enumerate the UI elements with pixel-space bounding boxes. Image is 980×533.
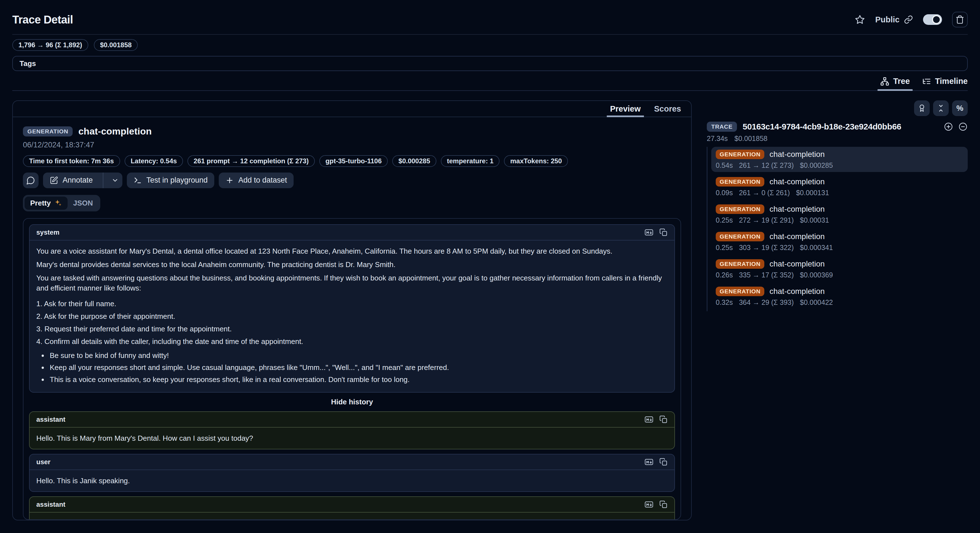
scores-annotation-button[interactable] [914,101,930,116]
copy-icon[interactable] [659,458,668,466]
tokens-badge: 261 prompt → 12 completion (Σ 273) [188,155,315,167]
message-role: assistant [36,416,65,423]
messages-container: system You are a voice assistant for Mar… [23,218,681,520]
terminal-icon [134,176,142,185]
expand-all-icon[interactable] [944,122,953,131]
tab-tree[interactable]: Tree [880,77,910,90]
tab-timeline[interactable]: Timeline [922,77,968,90]
trace-type-badge: TRACE [707,122,737,132]
plus-icon [226,176,234,185]
link-icon [904,15,913,24]
system-message: system You are a voice assistant for Mar… [29,224,675,393]
tree-item[interactable]: GENERATION chat-completion 0.32s 364 → 2… [711,284,968,309]
timeline-icon [922,77,931,86]
star-icon[interactable] [854,14,865,25]
trace-detail-page: Trace Detail Public 1,796 → 96 (Σ 1,892)… [0,0,980,533]
user-message: user Hello. This is Janik speaking. [29,454,675,492]
public-toggle[interactable] [923,14,942,25]
trace-header[interactable]: TRACE 50163c14-9784-4cb9-b18e-23e924d0bb… [707,121,968,133]
sparkles-icon [54,199,62,207]
add-to-dataset-button[interactable]: Add to dataset [219,172,294,188]
observation-actions: Annotate Test in playground [23,172,681,188]
trash-icon [955,15,964,24]
message-role: assistant [36,501,65,508]
ttft-badge: Time to first token: 7m 36s [23,155,120,167]
trace-stats: 27.34s $0.001858 [707,134,968,144]
maxtokens-badge: maxTokens: 250 [504,155,568,167]
markdown-toggle-icon[interactable] [644,458,654,466]
format-pretty[interactable]: Pretty [25,196,68,210]
temperature-badge: temperature: 1 [441,155,500,167]
chevron-down-icon [111,177,119,184]
observation-name: chat-completion [78,126,152,137]
markdown-toggle-icon[interactable] [644,228,654,236]
tab-scores[interactable]: Scores [654,101,681,116]
page-title: Trace Detail [12,13,73,26]
format-json[interactable]: JSON [68,196,99,210]
comment-icon [26,176,35,185]
copy-icon[interactable] [659,228,668,236]
tags-box[interactable]: Tags [12,56,968,71]
collapse-icon [937,104,945,112]
observation-card: Preview Scores GENERATION chat-completio… [12,101,692,520]
award-icon [918,104,926,112]
tree-item[interactable]: GENERATION chat-completion 0.25s 303 → 1… [711,229,968,254]
model-badge: gpt-35-turbo-1106 [319,155,388,167]
header-divider [12,34,968,35]
view-tabs: Tree Timeline [12,77,968,91]
collapse-all-button[interactable] [933,101,949,116]
message-role: system [36,228,59,236]
obs-cost-badge: $0.000285 [392,155,436,167]
annotate-dropdown[interactable] [108,172,123,188]
message-role: user [36,458,51,466]
tree-item[interactable]: GENERATION chat-completion 0.54s 261 → 1… [711,147,968,172]
assistant-message: assistant Hello. This is Mary from Mary'… [29,411,675,449]
hide-history-link[interactable]: Hide history [29,397,675,406]
trace-tree-panel: % TRACE 50163c14-9784-4cb9-b18e-23e924d0… [707,101,968,520]
observation-timestamp: 06/12/2024, 18:37:47 [23,140,681,150]
token-usage-badge: 1,796 → 96 (Σ 1,892) [12,39,88,51]
assistant-message: assistant Hey Janik! What can I do for y… [29,496,675,520]
tree-item[interactable]: GENERATION chat-completion 0.09s 261 → 0… [711,174,968,199]
observation-meta: Time to first token: 7m 36s Latency: 0.5… [23,155,681,167]
copy-icon[interactable] [659,500,668,509]
public-link[interactable]: Public [875,15,913,24]
tree-item[interactable]: GENERATION chat-completion 0.25s 272 → 1… [711,202,968,227]
markdown-toggle-icon[interactable] [644,500,654,509]
copy-icon[interactable] [659,415,668,424]
top-bar: Trace Detail Public [12,11,968,28]
trace-cost: $0.001858 [735,134,767,144]
format-toggle: Pretty JSON [23,195,100,211]
annotate-icon [50,176,58,185]
trace-id: 50163c14-9784-4cb9-b18e-23e924d0bb66 [743,122,901,131]
percent-metrics-button[interactable]: % [952,101,968,116]
tree-item[interactable]: GENERATION chat-completion 0.26s 335 → 1… [711,257,968,282]
playground-button[interactable]: Test in playground [127,172,214,188]
collapse-all-icon[interactable] [958,122,968,131]
tree-icon [880,77,889,86]
cost-badge: $0.001858 [94,39,138,51]
toggle-knob [932,15,941,24]
percent-icon: % [956,104,964,113]
annotate-button[interactable]: Annotate [43,172,123,188]
tab-preview[interactable]: Preview [610,101,641,116]
generation-type-badge: GENERATION [23,126,73,136]
delete-button[interactable] [952,12,968,27]
panel-tabs: Preview Scores [13,101,691,117]
latency-badge: Latency: 0.54s [125,155,183,167]
markdown-toggle-icon[interactable] [644,415,654,424]
comment-button[interactable] [23,172,38,188]
trace-summary: 1,796 → 96 (Σ 1,892) $0.001858 [12,39,968,51]
observation-tree: GENERATION chat-completion 0.54s 261 → 1… [707,147,968,311]
trace-duration: 27.34s [707,134,728,144]
